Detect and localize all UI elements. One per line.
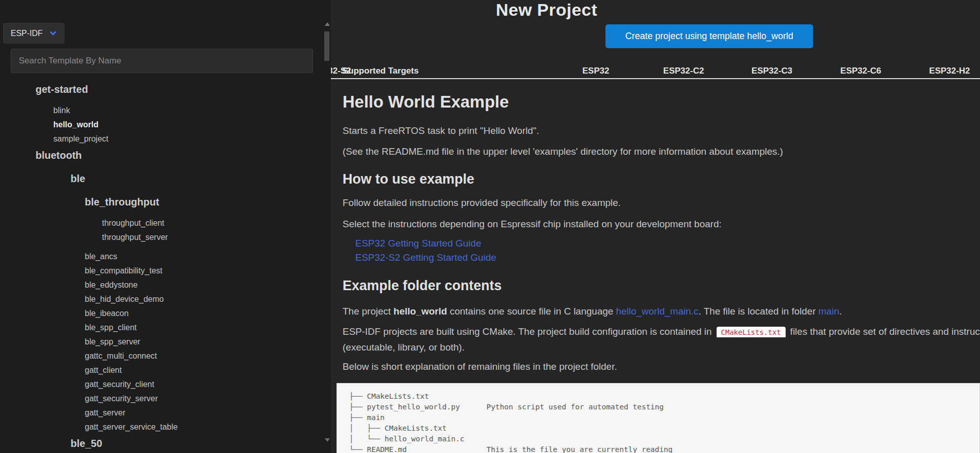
target-chip: ESP32-S2: [331, 66, 351, 76]
folder-contents-heading: Example folder contents: [343, 278, 502, 294]
folder-structure-code-block: ├── CMakeLists.txt ├── pytest_hello_worl…: [336, 383, 980, 453]
tree-item[interactable]: ble_eddystone: [0, 278, 320, 292]
text: . The file is located in folder: [698, 306, 818, 317]
tree-item[interactable]: ble_spp_server: [0, 335, 320, 349]
target-chip: ESP32-C6: [840, 66, 881, 76]
text: ESP-IDF projects are built using CMake. …: [343, 326, 715, 337]
tree-item[interactable]: gattc_multi_connect: [0, 349, 320, 363]
text: The project: [343, 306, 393, 317]
tree-item[interactable]: bluetooth: [0, 146, 320, 164]
target-chip: ESP32-H2: [929, 66, 970, 76]
template-tree: get-startedblinkhello_worldsample_projec…: [0, 80, 320, 452]
supported-targets-label: Supported Targets: [343, 66, 419, 76]
tree-item[interactable]: get-started: [0, 80, 320, 98]
tree-item[interactable]: ble_ibeacon: [0, 306, 320, 321]
tree-item[interactable]: blink: [0, 103, 320, 118]
readme-paragraph-cmake-cont: (executable, library, or both).: [343, 342, 464, 353]
sidebar-scrollbar[interactable]: [323, 18, 331, 453]
tree-item[interactable]: throughput_server: [0, 230, 320, 245]
main-source-link[interactable]: hello_world_main.c: [616, 306, 699, 317]
how-to-use-heading: How to use example: [343, 171, 475, 187]
tree-item[interactable]: sample_project: [0, 132, 320, 146]
text: contains one source file in C language: [447, 306, 616, 317]
main-folder-link[interactable]: main: [819, 306, 839, 317]
inline-code-badge: CMakeLists.txt: [717, 327, 786, 337]
create-project-button[interactable]: Create project using template hello_worl…: [605, 24, 813, 48]
tree-item[interactable]: throughput_client: [0, 216, 320, 230]
tree-item[interactable]: gatt_security_client: [0, 377, 320, 392]
project-details-panel: New Project Create project using templat…: [331, 0, 980, 453]
readme-paragraph-cmake: ESP-IDF projects are built using CMake. …: [343, 326, 980, 337]
tree-item[interactable]: gatt_client: [0, 363, 320, 377]
readme-paragraph-follow: Follow detailed instructions provided sp…: [343, 197, 621, 208]
readme-paragraph-select: Select the instructions depending on Esp…: [343, 219, 722, 230]
chevron-down-icon: [50, 29, 56, 36]
tree-item[interactable]: ble_throughput: [0, 193, 320, 211]
tree-item[interactable]: gatt_security_server: [0, 392, 320, 406]
tree-item[interactable]: ble_spp_client: [0, 321, 320, 335]
readme-paragraph-project: The project hello_world contains one sou…: [343, 306, 842, 317]
target-chip: ESP32-C3: [752, 66, 792, 76]
tree-item[interactable]: ble_50: [0, 434, 320, 452]
scroll-down-icon[interactable]: [325, 438, 330, 442]
tree-item[interactable]: ble_compatibility_test: [0, 264, 320, 278]
tree-item[interactable]: gatt_server: [0, 406, 320, 420]
framework-select-value: ESP-IDF: [11, 29, 43, 38]
project-name-bold: hello_world: [393, 306, 447, 317]
framework-select[interactable]: ESP-IDF: [3, 23, 64, 44]
tree-item[interactable]: gatt_server_service_table: [0, 420, 320, 434]
target-chip: ESP32-C2: [663, 66, 704, 76]
readme-paragraph-below: Below is short explanation of remaining …: [343, 361, 617, 372]
scrollbar-thumb[interactable]: [324, 31, 329, 61]
readme-paragraph-see-note: (See the README.md file in the upper lev…: [343, 146, 783, 157]
text: .: [839, 306, 842, 317]
page-title: New Project: [420, 0, 673, 20]
supported-targets-row: Supported Targets ESP32ESP32-C2ESP32-C3E…: [331, 62, 980, 79]
tree-item[interactable]: hello_world: [0, 118, 320, 132]
tree-item[interactable]: ble_ancs: [0, 250, 320, 264]
templates-sidebar: ESP-IDF get-startedblinkhello_worldsampl…: [0, 0, 331, 453]
getting-started-link[interactable]: ESP32-S2 Getting Started Guide: [355, 252, 496, 263]
search-input[interactable]: [11, 49, 313, 73]
tree-item[interactable]: ble: [0, 169, 320, 188]
readme-paragraph-intro: Starts a FreeRTOS task to print "Hello W…: [343, 125, 539, 136]
scroll-up-icon[interactable]: [325, 22, 330, 26]
text: files that provide set of directives and…: [788, 326, 980, 337]
target-chip: ESP32: [583, 66, 610, 76]
tree-item[interactable]: ble_hid_device_demo: [0, 292, 320, 306]
readme-title: Hello World Example: [343, 92, 509, 112]
getting-started-link[interactable]: ESP32 Getting Started Guide: [355, 238, 481, 249]
